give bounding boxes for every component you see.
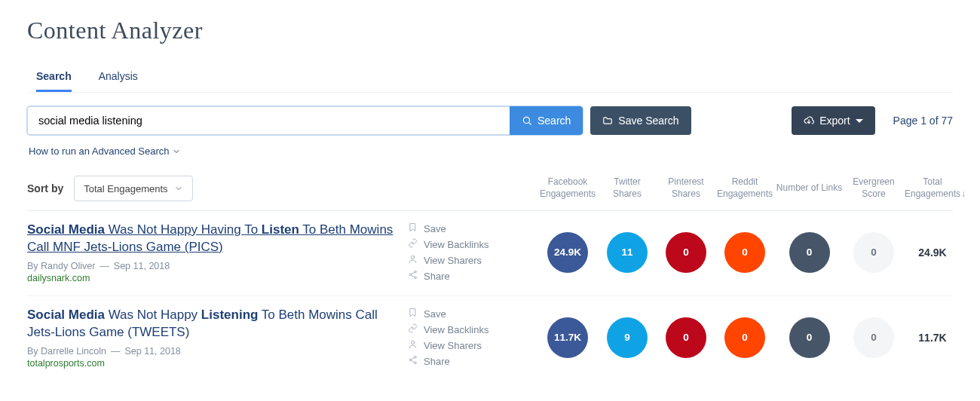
stat-pinterest: 0 — [666, 317, 706, 358]
sort-selected-value: Total Engagements — [84, 183, 167, 194]
result-actions: Save View Backlinks View Sharers Share — [408, 222, 537, 282]
stat-evergreen: 0 — [853, 232, 894, 273]
export-button[interactable]: Export — [792, 106, 874, 135]
result-domain[interactable]: dailysnark.com — [27, 273, 408, 283]
action-save[interactable]: Save — [408, 222, 537, 234]
search-row: Search Save Search Export Page 1 of 77 — [27, 106, 953, 135]
sort-label: Sort by — [27, 182, 63, 194]
search-combo: Search — [27, 106, 583, 135]
result-main: Social Media Was Not Happy Listening To … — [27, 307, 408, 369]
result-row: Social Media Was Not Happy Having To Lis… — [27, 210, 953, 295]
chevron-down-icon — [174, 184, 183, 193]
result-byline: By Randy Oliver—Sep 11, 2018 — [27, 261, 408, 271]
stat-total: 11.7K — [903, 332, 962, 344]
pagination-info: Page 1 of 77 — [893, 115, 953, 127]
svg-line-13 — [411, 358, 414, 360]
sort-desc-icon: ↓ — [961, 188, 966, 199]
stat-links: 0 — [789, 232, 830, 273]
svg-point-9 — [411, 341, 414, 344]
cloud-download-icon — [804, 115, 814, 126]
result-domain[interactable]: totalprosports.com — [27, 358, 408, 369]
header-row: Sort by Total Engagements Facebook Engag… — [27, 176, 953, 210]
share-icon — [408, 355, 418, 367]
stat-pinterest: 0 — [666, 232, 706, 273]
save-search-label: Save Search — [618, 115, 678, 127]
svg-point-11 — [409, 359, 412, 361]
chevron-down-icon — [856, 119, 863, 123]
action-backlinks[interactable]: View Backlinks — [408, 238, 537, 250]
tabs: Search Analysis — [27, 63, 953, 93]
svg-point-12 — [414, 362, 416, 364]
svg-point-6 — [414, 277, 416, 279]
stat-reddit: 0 — [724, 232, 765, 273]
stat-twitter: 9 — [607, 317, 648, 358]
stat-links: 0 — [789, 317, 830, 358]
bookmark-icon — [408, 222, 418, 234]
action-share[interactable]: Share — [408, 355, 537, 367]
tab-analysis[interactable]: Analysis — [99, 63, 138, 92]
search-button-label: Search — [537, 115, 571, 127]
result-byline: By Darrelle Lincoln—Sep 11, 2018 — [27, 346, 408, 357]
svg-line-8 — [411, 275, 414, 277]
col-links[interactable]: Number of Links — [774, 182, 844, 194]
chevron-down-icon — [172, 147, 181, 156]
result-row: Social Media Was Not Happy Listening To … — [27, 295, 953, 381]
stat-total: 24.9K — [903, 246, 962, 259]
col-reddit[interactable]: Reddit Engagements — [715, 176, 774, 200]
col-facebook[interactable]: Facebook Engagements — [537, 176, 598, 200]
svg-line-7 — [411, 273, 414, 275]
user-icon — [408, 339, 418, 351]
search-input[interactable] — [27, 106, 510, 135]
result-main: Social Media Was Not Happy Having To Lis… — [27, 222, 408, 283]
stat-twitter: 11 — [607, 232, 648, 273]
tab-search[interactable]: Search — [36, 63, 72, 92]
stat-evergreen: 0 — [853, 317, 894, 358]
svg-point-4 — [414, 271, 416, 274]
result-title[interactable]: Social Media Was Not Happy Listening To … — [27, 308, 378, 339]
action-sharers[interactable]: View Sharers — [408, 339, 537, 351]
action-share[interactable]: Share — [408, 270, 537, 282]
stat-reddit: 0 — [724, 317, 765, 358]
bookmark-icon — [408, 308, 418, 320]
export-label: Export — [819, 115, 850, 127]
col-twitter[interactable]: Twitter Shares — [598, 176, 657, 200]
result-actions: Save View Backlinks View Sharers Share — [408, 308, 537, 367]
col-total[interactable]: Total Engagements↓ — [903, 176, 962, 200]
action-backlinks[interactable]: View Backlinks — [408, 323, 537, 335]
col-evergreen[interactable]: Evergreen Score — [844, 176, 903, 200]
svg-point-10 — [414, 357, 416, 359]
advanced-search-label: How to run an Advanced Search — [29, 145, 169, 157]
action-save[interactable]: Save — [408, 308, 537, 320]
svg-line-1 — [529, 123, 531, 125]
svg-line-14 — [411, 360, 414, 363]
search-button[interactable]: Search — [510, 106, 583, 135]
svg-point-5 — [409, 274, 412, 277]
sort-select[interactable]: Total Engagements — [74, 176, 192, 201]
user-icon — [408, 254, 418, 266]
share-icon — [408, 270, 418, 282]
stat-facebook: 11.7K — [547, 317, 588, 358]
stat-facebook: 24.9K — [547, 232, 588, 273]
link-icon — [408, 323, 418, 335]
advanced-search-link[interactable]: How to run an Advanced Search — [29, 145, 181, 157]
svg-point-3 — [411, 256, 414, 259]
result-title[interactable]: Social Media Was Not Happy Having To Lis… — [27, 222, 393, 254]
folder-icon — [602, 115, 613, 126]
col-pinterest[interactable]: Pinterest Shares — [657, 176, 715, 200]
save-search-button[interactable]: Save Search — [590, 106, 691, 135]
link-icon — [408, 238, 418, 250]
action-sharers[interactable]: View Sharers — [408, 254, 537, 266]
page-title: Content Analyzer — [27, 17, 953, 44]
search-icon — [522, 115, 532, 126]
